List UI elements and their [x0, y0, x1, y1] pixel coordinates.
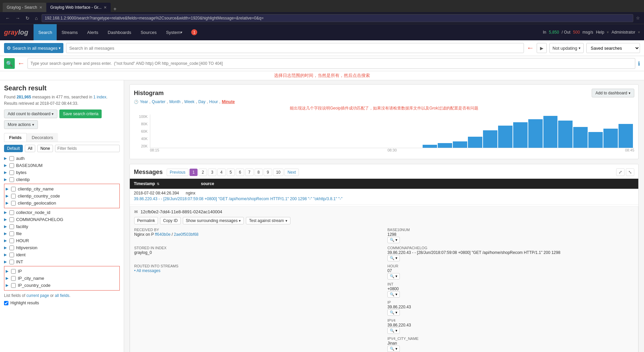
ipv4-city-zoom[interactable]: 🔍 ▾ — [387, 346, 400, 352]
field-clientip-country-checkbox[interactable] — [11, 194, 16, 199]
field-base10num[interactable]: ▶ BASE10NUM — [4, 162, 120, 169]
search-query-input[interactable] — [28, 58, 635, 69]
result-count-link[interactable]: 281,965 — [16, 95, 31, 99]
test-stream-btn[interactable]: Test against stream ▾ — [246, 217, 290, 224]
nav-streams[interactable]: Streams — [57, 24, 82, 40]
field-bytes-checkbox[interactable] — [9, 170, 14, 175]
base10num-zoom[interactable]: 🔍 ▾ — [387, 237, 400, 243]
field-httpversion[interactable]: ▶ httpversion — [4, 244, 120, 251]
tab-decorators[interactable]: Decorators — [27, 133, 58, 142]
nav-dashboards[interactable]: Dashboards — [103, 24, 136, 40]
time-quarter[interactable]: Quarter — [152, 99, 166, 104]
received-link1[interactable]: ff640b0e — [155, 232, 171, 237]
home-btn[interactable]: ⌂ — [34, 15, 39, 21]
time-minute[interactable]: Minute — [222, 99, 235, 104]
field-clientip-city-checkbox[interactable] — [11, 187, 16, 191]
surrounding-btn[interactable]: Show surrounding messages ▾ — [183, 217, 244, 224]
current-page-link[interactable]: current page — [26, 293, 49, 298]
all-messages-link[interactable]: All messages — [137, 268, 160, 273]
field-ip[interactable]: ▶ IP — [6, 268, 118, 275]
field-ip-city-checkbox[interactable] — [11, 276, 16, 281]
field-ip-country-checkbox[interactable] — [11, 283, 16, 288]
highlight-results-checkbox[interactable] — [4, 301, 8, 305]
filter-none-btn[interactable]: None — [37, 145, 53, 152]
page-10-btn[interactable]: 10 — [273, 169, 283, 176]
field-expand-icon[interactable]: ▶ — [6, 194, 9, 198]
field-expand-icon[interactable]: ▶ — [4, 217, 7, 222]
field-facility-checkbox[interactable] — [9, 224, 14, 229]
field-expand-icon[interactable]: ▶ — [6, 201, 9, 205]
field-collector-node[interactable]: ▶ collector_node_id — [4, 209, 120, 216]
page-5-btn[interactable]: 5 — [227, 169, 235, 176]
field-expand-icon[interactable]: ▶ — [4, 231, 7, 236]
field-clientip-country[interactable]: ▶ clientip_country_code — [6, 192, 118, 200]
page-6-btn[interactable]: 6 — [236, 169, 244, 176]
field-ip-checkbox[interactable] — [11, 269, 16, 274]
help-link[interactable]: Help — [596, 30, 604, 35]
field-expand-icon[interactable]: ▶ — [4, 238, 7, 243]
page-1-btn[interactable]: 1 — [190, 169, 198, 176]
field-ip-country[interactable]: ▶ IP_country_code — [6, 282, 118, 289]
field-hour-checkbox[interactable] — [9, 238, 14, 243]
field-clientip-city[interactable]: ▶ clientip_city_name — [6, 185, 118, 192]
play-button[interactable]: ▶ — [537, 43, 547, 53]
permalink-btn[interactable]: Permalink — [134, 217, 158, 224]
field-auth-checkbox[interactable] — [9, 156, 14, 161]
field-base10num-checkbox[interactable] — [9, 163, 14, 168]
filter-all-btn[interactable]: All — [25, 145, 35, 152]
page-7-btn[interactable]: 7 — [245, 169, 254, 176]
filter-default-btn[interactable]: Default — [4, 145, 23, 152]
field-bytes[interactable]: ▶ bytes — [4, 169, 120, 176]
copy-id-btn[interactable]: Copy ID — [160, 217, 180, 224]
page-8-btn[interactable]: 8 — [255, 169, 263, 176]
field-clientip-geo[interactable]: ▶ clientip_geolocation — [6, 200, 118, 207]
reload-btn[interactable]: ↻ — [24, 15, 31, 21]
result-index-link[interactable]: 1 index — [93, 95, 106, 99]
search-go-button[interactable]: 🔍 — [4, 58, 15, 69]
tab1-close[interactable]: ✕ — [39, 5, 42, 10]
field-ident[interactable]: ▶ ident — [4, 251, 120, 258]
ip-zoom[interactable]: 🔍 ▾ — [387, 309, 400, 316]
field-expand-icon[interactable]: ▶ — [4, 163, 7, 168]
field-commonapachelog-checkbox[interactable] — [9, 217, 14, 222]
user-link[interactable]: Administrator — [611, 30, 635, 35]
field-expand-icon[interactable]: ▶ — [4, 224, 7, 229]
address-input[interactable] — [42, 14, 633, 22]
field-commonapachelog[interactable]: ▶ COMMONAPACHELOG — [4, 216, 120, 223]
field-clientip[interactable]: ▶ clientip — [4, 176, 120, 183]
field-ident-checkbox[interactable] — [9, 253, 14, 257]
page-3-btn[interactable]: 3 — [208, 169, 216, 176]
field-expand-icon[interactable]: ▶ — [6, 187, 9, 191]
time-week[interactable]: Week — [184, 99, 194, 104]
field-hour[interactable]: ▶ HOUR — [4, 237, 120, 244]
received-link2[interactable]: 2ae0f503bf68 — [174, 232, 198, 237]
field-file[interactable]: ▶ file — [4, 230, 120, 237]
field-int[interactable]: ▶ INT — [4, 258, 120, 265]
browser-tab-2[interactable]: Graylog Web Interface - Gr... ✕ — [46, 3, 111, 12]
prev-page-btn[interactable]: Previous — [167, 169, 189, 176]
search-main-input[interactable] — [66, 43, 524, 53]
field-int-checkbox[interactable] — [9, 260, 14, 264]
msg-content[interactable]: 39.86.220.43 - - [28/Jun/2018:07:59:08 +… — [134, 196, 634, 201]
more-actions-btn[interactable]: More actions ▾ — [4, 120, 38, 129]
field-clientip-geo-checkbox[interactable] — [11, 201, 16, 206]
new-tab-btn[interactable]: + — [111, 6, 119, 12]
field-expand-icon[interactable]: ▶ — [6, 276, 9, 280]
field-expand-icon[interactable]: ▶ — [4, 170, 7, 175]
nav-system[interactable]: System ▾ — [161, 24, 187, 40]
field-expand-icon[interactable]: ▶ — [4, 253, 7, 257]
filter-fields-input[interactable] — [55, 145, 120, 152]
page-4-btn[interactable]: 4 — [217, 169, 226, 176]
nav-search[interactable]: Search — [34, 24, 57, 40]
field-file-checkbox[interactable] — [9, 231, 14, 236]
nav-alerts[interactable]: Alerts — [83, 24, 103, 40]
expand-btn-1[interactable]: ⤢ — [616, 168, 625, 176]
page-2-btn[interactable]: 2 — [199, 169, 207, 176]
bookmark-icon[interactable]: ☆ — [636, 15, 640, 20]
not-updating-select[interactable]: Not updating ▾ — [549, 43, 584, 53]
ipv4-zoom[interactable]: 🔍 ▾ — [387, 327, 400, 334]
browser-tab-1[interactable]: Graylog - Search ✕ — [3, 3, 46, 12]
back-btn[interactable]: ← — [4, 15, 11, 21]
add-to-dashboard-btn[interactable]: Add to dashboard ▾ — [592, 89, 634, 97]
stream-select[interactable]: ⚙ Search in all messages ▾ — [4, 43, 63, 53]
